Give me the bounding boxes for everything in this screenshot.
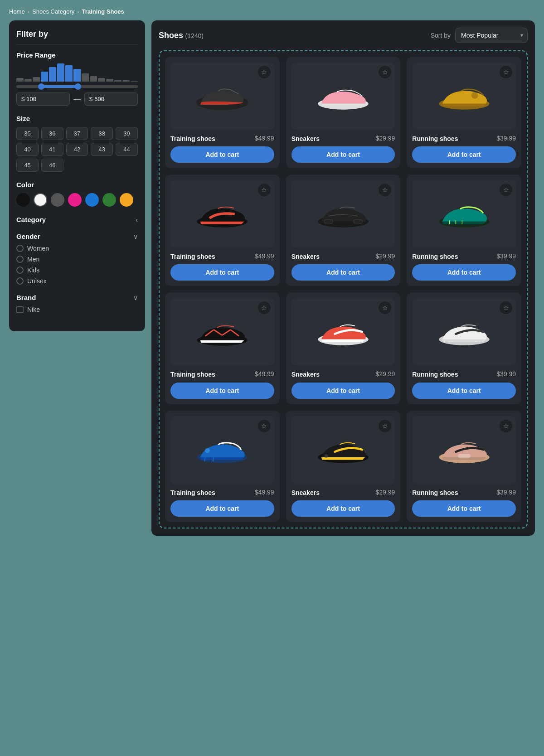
favorite-button-1[interactable]: ☆: [258, 66, 271, 78]
add-to-cart-button-11[interactable]: Add to cart: [291, 500, 395, 517]
favorite-button-10[interactable]: ☆: [258, 420, 271, 432]
size-option-39[interactable]: 39: [116, 127, 138, 140]
product-name-7: Training shoes: [170, 370, 215, 378]
product-image-11: [314, 432, 373, 468]
brand-option-nike[interactable]: Nike: [16, 306, 138, 313]
add-to-cart-button-2[interactable]: Add to cart: [291, 146, 395, 163]
product-price-6: $39.99: [496, 252, 516, 260]
category-header[interactable]: Category ‹: [16, 216, 138, 223]
product-info-6: Running shoes $39.99: [412, 252, 516, 261]
favorite-button-6[interactable]: ☆: [500, 184, 512, 196]
gender-chevron-icon: ∨: [133, 233, 138, 240]
product-price-12: $39.99: [496, 489, 516, 496]
product-card-11: ☆ Sneakers $29.99 Add to cart: [286, 411, 401, 522]
color-swatch-black[interactable]: [16, 193, 30, 207]
color-swatch-pink[interactable]: [68, 193, 82, 207]
product-name-10: Training shoes: [170, 489, 215, 497]
product-image-6: [435, 196, 494, 232]
favorite-button-2[interactable]: ☆: [379, 66, 391, 78]
add-to-cart-button-5[interactable]: Add to cart: [291, 264, 395, 281]
price-max-value: 500: [94, 96, 104, 102]
size-option-44[interactable]: 44: [116, 143, 138, 156]
gender-label-men: Men: [27, 256, 39, 263]
size-option-41[interactable]: 41: [41, 143, 63, 156]
size-option-45[interactable]: 45: [16, 159, 39, 172]
product-card-2: ☆ Sneakers $29.99 Add to cart: [286, 57, 401, 168]
sort-select[interactable]: Most PopularPrice: Low to HighPrice: Hig…: [455, 28, 528, 43]
favorite-button-9[interactable]: ☆: [500, 301, 512, 314]
brand-section: Brand ∨ Nike: [16, 294, 138, 313]
size-option-42[interactable]: 42: [66, 143, 88, 156]
color-swatch-green[interactable]: [102, 193, 116, 207]
color-section: Color: [16, 181, 138, 207]
main-content: Shoes (1240) Sort by Most PopularPrice: …: [151, 20, 535, 536]
products-grid: ☆ Training shoes $49.99 Add to cart ☆ Sn…: [165, 57, 521, 522]
price-max-input[interactable]: $ 500: [84, 92, 138, 106]
size-option-43[interactable]: 43: [91, 143, 113, 156]
product-image-container-7: ☆: [170, 298, 274, 366]
product-image-3: [435, 78, 494, 114]
color-swatch-orange[interactable]: [120, 193, 133, 207]
price-slider[interactable]: [16, 85, 138, 88]
sort-label: Sort by: [431, 32, 451, 39]
add-to-cart-button-4[interactable]: Add to cart: [170, 264, 274, 281]
breadcrumb-current: Training Shoes: [82, 8, 124, 15]
gender-option-women[interactable]: Women: [16, 245, 138, 252]
product-card-7: ☆ Training shoes $49.99 Add to cart: [165, 292, 280, 404]
price-min-input[interactable]: $ 100: [16, 92, 70, 106]
size-option-46[interactable]: 46: [41, 159, 63, 172]
color-swatch-white[interactable]: [34, 193, 47, 207]
add-to-cart-button-7[interactable]: Add to cart: [170, 383, 274, 399]
product-name-5: Sneakers: [291, 252, 320, 261]
size-option-40[interactable]: 40: [16, 143, 39, 156]
price-slider-max-thumb[interactable]: [75, 83, 81, 90]
add-to-cart-button-10[interactable]: Add to cart: [170, 500, 274, 517]
favorite-button-5[interactable]: ☆: [379, 184, 391, 196]
product-image-container-4: ☆: [170, 180, 274, 248]
product-image-container-9: ☆: [412, 298, 516, 366]
product-image-container-2: ☆: [291, 62, 395, 130]
brand-label: Brand: [16, 294, 36, 301]
gender-option-kids[interactable]: Kids: [16, 267, 138, 274]
product-name-2: Sneakers: [291, 135, 320, 143]
product-price-2: $29.99: [376, 135, 395, 142]
favorite-button-11[interactable]: ☆: [379, 420, 391, 432]
color-swatch-blue[interactable]: [85, 193, 99, 207]
favorite-button-8[interactable]: ☆: [379, 301, 391, 314]
add-to-cart-button-6[interactable]: Add to cart: [412, 264, 516, 281]
product-info-3: Running shoes $39.99: [412, 135, 516, 143]
product-image-4: [193, 196, 252, 232]
favorite-button-12[interactable]: ☆: [500, 420, 512, 432]
color-label: Color: [16, 181, 138, 189]
svg-rect-6: [324, 220, 333, 223]
svg-point-20: [325, 455, 328, 458]
size-option-35[interactable]: 35: [16, 127, 39, 140]
add-to-cart-button-3[interactable]: Add to cart: [412, 146, 516, 163]
size-option-36[interactable]: 36: [41, 127, 63, 140]
favorite-button-4[interactable]: ☆: [258, 184, 271, 196]
add-to-cart-button-1[interactable]: Add to cart: [170, 146, 274, 163]
price-slider-min-thumb[interactable]: [38, 83, 44, 90]
color-swatch-dark-gray[interactable]: [51, 193, 64, 207]
add-to-cart-button-12[interactable]: Add to cart: [412, 500, 516, 517]
size-option-38[interactable]: 38: [91, 127, 113, 140]
size-option-37[interactable]: 37: [66, 127, 88, 140]
product-name-1: Training shoes: [170, 135, 215, 143]
brand-header[interactable]: Brand ∨: [16, 294, 138, 301]
breadcrumb-category[interactable]: Shoes Category: [32, 8, 74, 15]
favorite-button-7[interactable]: ☆: [258, 301, 271, 314]
brand-chevron-icon: ∨: [133, 294, 138, 301]
favorite-button-3[interactable]: ☆: [500, 66, 512, 78]
product-image-container-11: ☆: [291, 416, 395, 484]
gender-option-men[interactable]: Men: [16, 256, 138, 263]
breadcrumb-home[interactable]: Home: [9, 8, 25, 15]
product-name-8: Sneakers: [291, 370, 320, 378]
sort-wrapper: Most PopularPrice: Low to HighPrice: Hig…: [455, 28, 528, 43]
gender-header[interactable]: Gender ∨: [16, 233, 138, 240]
sort-container: Sort by Most PopularPrice: Low to HighPr…: [431, 28, 528, 43]
add-to-cart-button-9[interactable]: Add to cart: [412, 383, 516, 399]
price-min-prefix: $: [21, 96, 24, 102]
product-price-10: $49.99: [255, 489, 274, 496]
gender-option-unisex[interactable]: Unisex: [16, 277, 138, 285]
add-to-cart-button-8[interactable]: Add to cart: [291, 383, 395, 399]
